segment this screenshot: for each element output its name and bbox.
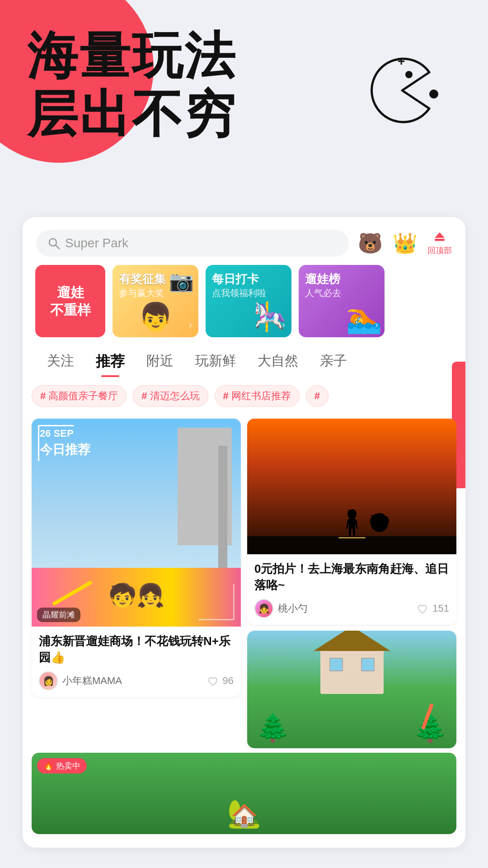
card-nature[interactable]: 🌲 🌲: [247, 631, 456, 748]
banner-prize[interactable]: 👦 📷 有奖征集 参与赢大奖 ›: [113, 265, 198, 337]
banner-row: 遛娃不重样 👦 📷 有奖征集 参与赢大奖 › 🎠 每日打卡 点我领福利啦: [23, 265, 465, 337]
card-featured[interactable]: 🧒👧 26 SEP 今日推荐 晶耀前滩 浦东新晋遛娃商场！不花钱玩: [32, 419, 241, 697]
search-bar[interactable]: Super Park: [36, 230, 349, 257]
tab-nearby[interactable]: 附近: [136, 348, 184, 375]
card-nature-img: 🌲 🌲: [247, 631, 456, 748]
hero-text: 海量玩法 层出不穷: [27, 27, 237, 144]
back-to-top-btn[interactable]: 回顶部: [427, 231, 452, 256]
card-featured-label: 今日推荐: [40, 441, 90, 458]
banner-rank[interactable]: 🏊 遛娃榜 人气必去 ›: [299, 265, 385, 337]
card-sunset-body: 0元拍片！去上海最东南角赶海、追日落咯~ 👧 桃小勺 1: [247, 554, 456, 624]
author-avatar-2: 👧: [254, 599, 273, 618]
svg-point-2: [429, 90, 438, 99]
hashtag-1[interactable]: # 高颜值亲子餐厅: [32, 385, 127, 407]
card-featured-author: 👩 小年糕MAMA: [39, 671, 122, 690]
card-featured-img: 🧒👧 26 SEP 今日推荐 晶耀前滩: [32, 419, 241, 627]
hashtag-3[interactable]: # 网红书店推荐: [215, 385, 300, 407]
banner-daily[interactable]: 🎠 每日打卡 点我领福利啦 ›: [206, 265, 291, 337]
card-location: 晶耀前滩: [37, 608, 80, 622]
app-card: Super Park 🐻 👑 回顶部 遛娃不重样: [23, 217, 465, 848]
crown-icon: 👑: [393, 231, 418, 255]
tab-family[interactable]: 亲子: [309, 348, 358, 375]
banner-prize-desc: 参与赢大奖: [119, 287, 192, 299]
search-bar-row: Super Park 🐻 👑 回顶部: [23, 217, 465, 265]
hot-sale-badge: 🔥 热卖中: [37, 758, 87, 774]
header-icons: 🐻 👑 回顶部: [358, 231, 452, 256]
likes-count-1: 96: [223, 675, 234, 687]
hashtag-more[interactable]: #: [306, 385, 328, 407]
card-date-bracket-br: [198, 584, 235, 620]
hot-sale-bg: 🏡: [32, 753, 456, 834]
card-featured-title: 浦东新晋遛娃商场！不花钱玩转N+乐园👍: [39, 633, 234, 666]
svg-marker-5: [435, 232, 445, 238]
tab-recommend[interactable]: 推荐: [85, 348, 136, 375]
content-col-left: 🧒👧 26 SEP 今日推荐 晶耀前滩 浦东新晋遛娃商场！不花钱玩: [32, 419, 241, 748]
card-sunset-likes: 151: [416, 602, 449, 615]
banner-daily-title: 每日打卡: [212, 271, 285, 287]
heart-icon-1: [206, 675, 219, 687]
author-avatar-1: 👩: [39, 671, 58, 690]
nav-tabs: 关注 推荐 附近 玩新鲜 大自然 亲子: [23, 337, 465, 381]
banner-rank-desc: 人气必去: [305, 287, 378, 299]
tab-fresh[interactable]: 玩新鲜: [184, 348, 247, 375]
card-featured-footer: 👩 小年糕MAMA 96: [39, 671, 234, 690]
hashtag-row: # 高颜值亲子餐厅 # 清迈怎么玩 # 网红书店推荐 #: [23, 381, 465, 414]
back-to-top-label: 回顶部: [427, 245, 452, 256]
svg-point-0: [405, 71, 413, 78]
hero-section: 海量玩法 层出不穷 +: [0, 0, 488, 208]
banner-daily-arrow: ›: [282, 319, 285, 331]
content-col-right: 🧍 🧒 0元拍片！去上海最东南角赶海、追日落咯~ 👧 桃小勺: [247, 419, 456, 748]
svg-text:+: +: [398, 54, 405, 68]
card-date: 26 SEP: [40, 427, 90, 441]
banner-rank-arrow: ›: [375, 319, 378, 331]
card-sunset-footer: 👧 桃小勺 151: [254, 599, 449, 618]
bottom-teaser-row: 🏡 🔥 热卖中: [23, 753, 465, 839]
author-name-2: 桃小勺: [278, 602, 308, 615]
card-sunset[interactable]: 🧍 🧒 0元拍片！去上海最东南角赶海、追日落咯~ 👧 桃小勺: [247, 419, 456, 624]
card-sunset-author: 👧 桃小勺: [254, 599, 308, 618]
banner-rank-title: 遛娃榜: [305, 271, 378, 287]
tab-nature[interactable]: 大自然: [247, 348, 309, 375]
banner-no-repeat[interactable]: 遛娃不重样: [35, 265, 105, 337]
author-name-1: 小年糕MAMA: [62, 674, 122, 688]
card-hot-sale[interactable]: 🏡 🔥 热卖中: [32, 753, 456, 834]
heart-icon-2: [416, 602, 429, 615]
svg-line-4: [56, 245, 59, 249]
banner-no-repeat-text: 遛娃不重样: [50, 283, 91, 319]
card-date-badge: 26 SEP 今日推荐: [40, 427, 90, 458]
banner-daily-desc: 点我领福利啦: [212, 287, 285, 299]
search-icon: [47, 236, 61, 250]
card-featured-likes: 96: [206, 675, 234, 687]
svg-rect-6: [435, 239, 445, 241]
likes-count-2: 151: [432, 603, 449, 614]
search-placeholder: Super Park: [65, 236, 128, 250]
card-sunset-title: 0元拍片！去上海最东南角赶海、追日落咯~: [254, 561, 449, 594]
bear-icon-btn[interactable]: 🐻: [358, 231, 383, 255]
card-featured-body: 浦东新晋遛娃商场！不花钱玩转N+乐园👍 👩 小年糕MAMA: [32, 627, 241, 697]
banner-prize-arrow: ›: [189, 319, 192, 331]
bear-icon: 🐻: [358, 231, 383, 255]
card-sunset-img: 🧍 🧒: [247, 419, 456, 554]
content-grid: 🧒👧 26 SEP 今日推荐 晶耀前滩 浦东新晋遛娃商场！不花钱玩: [23, 414, 465, 753]
pacman-icon: +: [361, 54, 443, 127]
tab-follow[interactable]: 关注: [36, 348, 85, 375]
back-to-top-icon: [432, 231, 447, 243]
banner-prize-title: 有奖征集: [119, 271, 192, 287]
hero-line2: 层出不穷: [27, 85, 237, 144]
hero-line1: 海量玩法: [27, 27, 237, 85]
hashtag-2[interactable]: # 清迈怎么玩: [133, 385, 208, 407]
crown-icon-btn[interactable]: 👑: [393, 231, 418, 255]
